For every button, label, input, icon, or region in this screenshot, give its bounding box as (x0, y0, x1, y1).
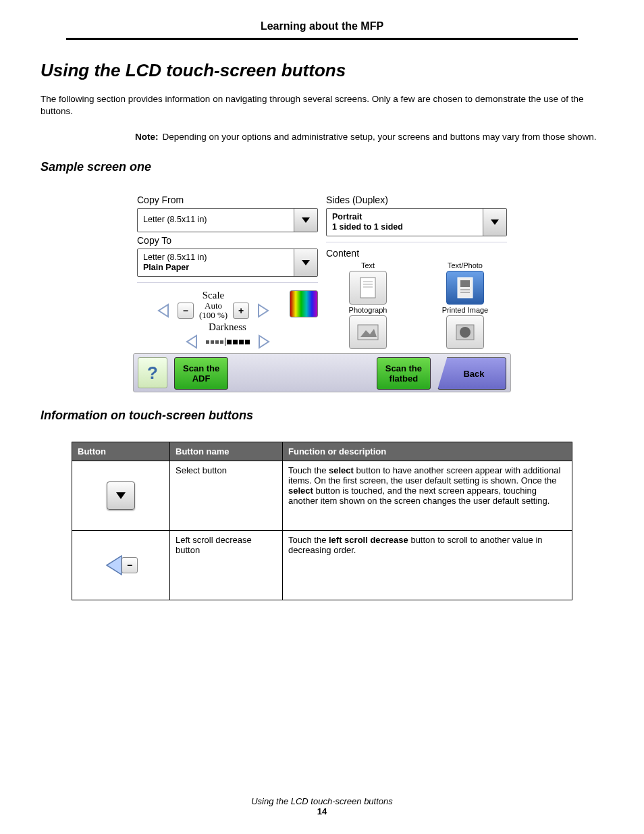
copy-from-value: Letter (8.5x11 in) (143, 215, 288, 224)
scan-flatbed-button[interactable]: Scan the flatbed (377, 357, 431, 390)
svg-marker-19 (116, 492, 126, 499)
note-block: Note: Depending on your options and admi… (135, 131, 603, 143)
scale-value-1: Auto (199, 301, 227, 311)
th-button: Button (72, 442, 170, 461)
svg-marker-5 (259, 336, 269, 348)
right-arrow-icon[interactable] (254, 302, 272, 319)
scale-value-2: (100 %) (199, 311, 227, 320)
touchscreen-mockup: Copy From Letter (8.5x11 in) Copy To Let… (133, 188, 511, 393)
scan-flat-line1: Scan the (385, 363, 422, 373)
scan-adf-button[interactable]: Scan the ADF (174, 357, 228, 390)
svg-rect-7 (360, 278, 375, 298)
heading-1: Using the LCD touch-screen buttons (41, 60, 603, 81)
chevron-down-icon[interactable] (294, 209, 317, 232)
copy-to-line2: Plain Paper (143, 263, 288, 272)
darkness-scale (206, 338, 250, 346)
plus-button[interactable]: + (233, 303, 249, 319)
copy-from-label: Copy From (137, 194, 318, 205)
minus-button[interactable]: − (178, 303, 194, 319)
left-arrow-icon[interactable] (155, 302, 172, 319)
svg-marker-20 (107, 556, 122, 575)
copy-to-dropdown[interactable]: Letter (8.5x11 in) Plain Paper (137, 249, 318, 277)
select-button-icon (107, 481, 135, 510)
footer-title: Using the LCD touch-screen buttons (0, 796, 644, 806)
svg-rect-12 (460, 280, 470, 287)
content-opt-printed: Printed Image (442, 306, 488, 314)
row1-name: Select button (170, 461, 283, 531)
scan-adf-line1: Scan the (183, 363, 219, 373)
left-arrow-icon[interactable] (183, 333, 200, 350)
chevron-down-icon[interactable] (294, 249, 317, 276)
scan-flat-line2: flatbed (390, 373, 419, 384)
row2-name: Left scroll decrease button (170, 531, 283, 600)
right-arrow-icon[interactable] (255, 333, 273, 350)
row1-desc: Touch the select button to have another … (283, 461, 572, 531)
content-opt-photograph: Photograph (349, 306, 387, 314)
svg-marker-6 (491, 219, 499, 225)
sides-dropdown[interactable]: Portrait 1 sided to 1 sided (326, 208, 507, 236)
svg-marker-4 (187, 336, 196, 348)
content-tile-textphoto[interactable] (446, 271, 484, 305)
help-button[interactable]: ? (138, 357, 167, 388)
copy-to-line1: Letter (8.5x11 in) (143, 253, 288, 262)
back-label: Back (463, 369, 484, 379)
content-opt-textphoto: Text/Photo (448, 261, 483, 269)
svg-marker-3 (259, 305, 268, 317)
svg-point-18 (460, 327, 471, 338)
content-opt-text: Text (361, 261, 375, 269)
table-row: − Left scroll decrease button Touch the … (72, 531, 572, 600)
content-tile-printed[interactable] (446, 315, 484, 349)
heading-info: Information on touch-screen buttons (41, 409, 603, 423)
button-info-table: Button Button name Function or descripti… (72, 442, 572, 600)
content-label: Content (326, 248, 507, 259)
content-tile-text[interactable] (349, 271, 387, 305)
left-scroll-decrease-icon: − (78, 553, 164, 577)
page-footer: Using the LCD touch-screen buttons 14 (0, 796, 644, 816)
note-label: Note: (135, 131, 159, 143)
copy-to-label: Copy To (137, 235, 318, 246)
th-desc: Function or description (283, 442, 572, 461)
copy-from-dropdown[interactable]: Letter (8.5x11 in) (137, 208, 318, 232)
svg-marker-1 (302, 260, 310, 265)
table-row: Select button Touch the select button to… (72, 461, 572, 531)
sides-label: Sides (Duplex) (326, 194, 507, 205)
content-tile-photograph[interactable] (349, 315, 387, 349)
scale-label: Scale (137, 290, 290, 301)
scan-adf-line2: ADF (192, 373, 211, 384)
color-button[interactable] (290, 290, 318, 317)
page-header: Learning about the MFP (66, 20, 578, 40)
chevron-down-icon[interactable] (483, 209, 506, 236)
sides-line2: 1 sided to 1 sided (332, 222, 477, 232)
heading-sample: Sample screen one (41, 160, 603, 174)
svg-marker-2 (159, 305, 168, 317)
th-name: Button name (170, 442, 283, 461)
intro-paragraph: The following section provides informati… (41, 93, 603, 118)
back-button[interactable]: Back (437, 357, 506, 390)
note-text: Depending on your options and administra… (163, 131, 597, 143)
footer-page: 14 (0, 806, 644, 816)
sides-line1: Portrait (332, 212, 477, 221)
svg-marker-0 (302, 217, 310, 223)
row2-desc: Touch the left scroll decrease button to… (283, 531, 572, 600)
darkness-label: Darkness (137, 321, 318, 333)
